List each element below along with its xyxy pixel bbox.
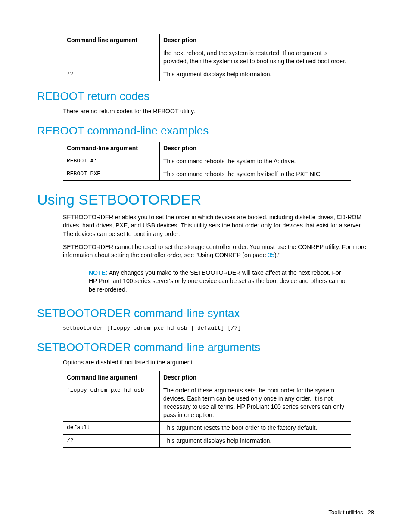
table-reboot-examples: Command-line argument Description REBOOT… — [63, 142, 351, 181]
text: SETBOOTORDER cannot be used to set the s… — [63, 243, 366, 259]
cell-desc: This command reboots the system to the A… — [160, 155, 351, 168]
footer-page-number: 28 — [368, 509, 374, 516]
note-text: Any changes you make to the SETBOOTORDER… — [89, 269, 347, 293]
link-page-35[interactable]: 35 — [268, 252, 275, 258]
table-row: /? This argument displays help informati… — [63, 68, 351, 81]
heading-setbootorder-args: SETBOOTORDER command-line arguments — [37, 341, 374, 354]
footer-section: Toolkit utilities — [328, 509, 363, 516]
cell-desc: This command reboots the system by itsel… — [160, 168, 351, 180]
heading-reboot-examples: REBOOT command-line examples — [37, 124, 374, 137]
table-row: REBOOT A: This command reboots the syste… — [63, 155, 351, 168]
note-label: NOTE: — [89, 269, 108, 276]
cell-arg — [63, 47, 160, 68]
note-block: NOTE: Any changes you make to the SETBOO… — [89, 265, 351, 298]
heading-reboot-return-codes: REBOOT return codes — [37, 90, 374, 103]
table-setbootorder-args: Command line argument Description floppy… — [63, 371, 351, 447]
cell-desc: the next reboot, and the system is resta… — [160, 47, 351, 68]
table-header-desc: Description — [160, 142, 351, 155]
cell-arg: REBOOT PXE — [63, 168, 160, 180]
table-reboot-args: Command line argument Description the ne… — [63, 34, 351, 81]
cell-arg: floppy cdrom pxe hd usb — [63, 384, 160, 422]
heading-using-setbootorder: Using SETBOOTORDER — [37, 191, 374, 208]
cell-desc: This argument displays help information. — [160, 68, 351, 81]
paragraph: There are no return codes for the REBOOT… — [63, 107, 374, 116]
table-row: REBOOT PXE This command reboots the syst… — [63, 168, 351, 180]
code-syntax: setbootorder [floppy cdrom pxe hd usb | … — [63, 324, 374, 332]
table-header-arg: Command line argument — [63, 371, 160, 384]
table-row: the next reboot, and the system is resta… — [63, 47, 351, 68]
cell-arg: REBOOT A: — [63, 155, 160, 168]
table-header-arg: Command line argument — [63, 34, 160, 47]
table-row: /? This argument displays help informati… — [63, 434, 351, 447]
paragraph: SETBOOTORDER enables you to set the orde… — [63, 213, 374, 239]
table-row: default This argument resets the boot or… — [63, 421, 351, 434]
page-footer: Toolkit utilities 28 — [328, 509, 374, 516]
cell-arg: default — [63, 421, 160, 434]
paragraph: SETBOOTORDER cannot be used to set the s… — [63, 243, 374, 260]
table-header-arg: Command-line argument — [63, 142, 160, 155]
cell-arg: /? — [63, 434, 160, 447]
text: )." — [274, 252, 280, 258]
cell-desc: This argument displays help information. — [160, 434, 351, 447]
heading-setbootorder-syntax: SETBOOTORDER command-line syntax — [37, 307, 374, 320]
table-header-desc: Description — [160, 371, 351, 384]
cell-arg: /? — [63, 68, 160, 81]
table-header-desc: Description — [160, 34, 351, 47]
paragraph: Options are disabled if not listed in th… — [63, 358, 374, 367]
cell-desc: The order of these arguments sets the bo… — [160, 384, 351, 422]
table-row: floppy cdrom pxe hd usb The order of the… — [63, 384, 351, 422]
cell-desc: This argument resets the boot order to t… — [160, 421, 351, 434]
